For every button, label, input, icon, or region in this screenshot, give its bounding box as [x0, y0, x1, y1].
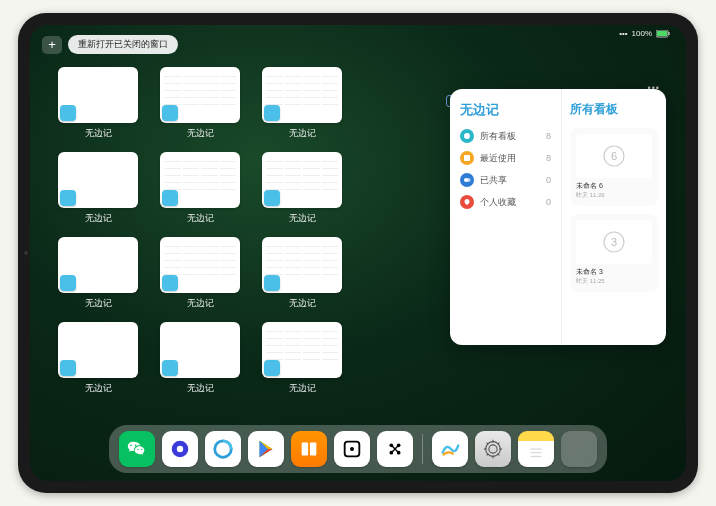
sidebar-item-已共享[interactable]: 已共享0	[460, 173, 551, 187]
menu-item-count: 8	[546, 131, 551, 141]
menu-item-label: 个人收藏	[480, 196, 516, 209]
window-thumbnail	[160, 237, 240, 293]
top-controls: + 重新打开已关闭的窗口	[42, 35, 178, 54]
sidebar-item-所有看板[interactable]: 所有看板8	[460, 129, 551, 143]
window-thumbnail	[262, 67, 342, 123]
window-thumbnail	[262, 322, 342, 378]
window-label: 无边记	[160, 127, 240, 140]
window-thumbnail	[160, 322, 240, 378]
freeform-app-icon	[60, 360, 76, 376]
window-thumbnail	[160, 67, 240, 123]
menu-item-icon	[460, 195, 474, 209]
freeform-app-icon	[60, 105, 76, 121]
camera-dot	[24, 251, 28, 255]
app-switcher-grid: 无边记无边记无边记无边记无边记无边记无边记无边记无边记无边记无边记无边记	[58, 67, 428, 395]
svg-point-6	[467, 178, 471, 182]
window-thumbnail	[160, 152, 240, 208]
dock-wechat-icon[interactable]	[119, 431, 155, 467]
freeform-app-icon	[264, 190, 280, 206]
freeform-app-icon	[162, 360, 178, 376]
menu-item-count: 0	[546, 175, 551, 185]
board-card[interactable]: 3未命名 3昨天 11:25	[570, 214, 658, 292]
svg-text:3: 3	[611, 236, 617, 248]
dock-custom-app-icon[interactable]	[377, 431, 413, 467]
dock-qq-browser-icon[interactable]	[205, 431, 241, 467]
dock-play-store-icon[interactable]	[248, 431, 284, 467]
window-thumbnail	[58, 237, 138, 293]
freeform-app-icon	[60, 275, 76, 291]
signal-icon: •••	[619, 29, 627, 38]
app-window[interactable]: 无边记	[58, 152, 138, 225]
app-window[interactable]: 无边记	[160, 67, 240, 140]
panel-sidebar: 无边记 所有看板8最近使用8已共享0个人收藏0	[450, 89, 562, 345]
status-bar: ••• 100%	[619, 29, 670, 38]
screen: ••• 100% + 重新打开已关闭的窗口 无边记无边记无边记无边记无边记无边记…	[30, 25, 686, 481]
menu-item-label: 已共享	[480, 174, 507, 187]
panel-content: 所有看板 6未命名 6昨天 11:263未命名 3昨天 11:25	[562, 89, 666, 345]
freeform-app-icon	[162, 190, 178, 206]
dock-freeform-icon[interactable]	[432, 431, 468, 467]
freeform-app-icon	[264, 105, 280, 121]
reopen-closed-window-button[interactable]: 重新打开已关闭的窗口	[68, 35, 178, 54]
menu-item-icon	[460, 173, 474, 187]
board-title: 未命名 3	[576, 267, 652, 277]
freeform-panel: 无边记 所有看板8最近使用8已共享0个人收藏0 所有看板 6未命名 6昨天 11…	[450, 89, 666, 345]
menu-item-icon	[460, 129, 474, 143]
window-thumbnail	[58, 67, 138, 123]
dock-notes-icon[interactable]	[518, 431, 554, 467]
window-label: 无边记	[160, 382, 240, 395]
svg-rect-4	[464, 155, 470, 161]
window-label: 无边记	[262, 127, 342, 140]
app-window[interactable]: 无边记	[262, 237, 342, 310]
board-card[interactable]: 6未命名 6昨天 11:26	[570, 128, 658, 206]
menu-item-icon	[460, 151, 474, 165]
panel-content-title: 所有看板	[570, 101, 658, 118]
battery-text: 100%	[632, 29, 652, 38]
dock-dice-icon[interactable]	[334, 431, 370, 467]
window-thumbnail	[58, 152, 138, 208]
svg-rect-14	[302, 443, 308, 456]
menu-item-count: 8	[546, 153, 551, 163]
app-window[interactable]: 无边记	[262, 322, 342, 395]
board-subtitle: 昨天 11:25	[576, 277, 652, 286]
window-label: 无边记	[262, 212, 342, 225]
panel-sidebar-title: 无边记	[460, 101, 551, 119]
app-window[interactable]: 无边记	[262, 152, 342, 225]
window-label: 无边记	[58, 127, 138, 140]
svg-rect-1	[657, 31, 667, 36]
menu-item-label: 最近使用	[480, 152, 516, 165]
dock-settings-icon[interactable]	[475, 431, 511, 467]
window-label: 无边记	[160, 212, 240, 225]
new-window-button[interactable]: +	[42, 36, 62, 54]
window-thumbnail	[262, 152, 342, 208]
battery-icon	[656, 30, 670, 38]
window-label: 无边记	[58, 382, 138, 395]
menu-item-label: 所有看板	[480, 130, 516, 143]
svg-point-23	[489, 445, 497, 453]
window-label: 无边记	[58, 212, 138, 225]
app-window[interactable]: 无边记	[58, 237, 138, 310]
dock-app-library-icon[interactable]	[561, 431, 597, 467]
board-subtitle: 昨天 11:26	[576, 191, 652, 200]
freeform-app-icon	[264, 360, 280, 376]
app-window[interactable]: 无边记	[262, 67, 342, 140]
app-window[interactable]: 无边记	[58, 67, 138, 140]
app-window[interactable]: 无边记	[160, 237, 240, 310]
window-thumbnail	[262, 237, 342, 293]
app-window[interactable]: 无边记	[160, 152, 240, 225]
app-window[interactable]: 无边记	[160, 322, 240, 395]
dock-books-icon[interactable]	[291, 431, 327, 467]
svg-point-17	[350, 447, 354, 451]
svg-text:6: 6	[611, 150, 617, 162]
ipad-frame: ••• 100% + 重新打开已关闭的窗口 无边记无边记无边记无边记无边记无边记…	[18, 13, 698, 493]
dock	[109, 425, 607, 473]
sidebar-item-个人收藏[interactable]: 个人收藏0	[460, 195, 551, 209]
freeform-app-icon	[162, 105, 178, 121]
freeform-app-icon	[264, 275, 280, 291]
dock-quark-icon[interactable]	[162, 431, 198, 467]
window-thumbnail	[58, 322, 138, 378]
sidebar-item-最近使用[interactable]: 最近使用8	[460, 151, 551, 165]
svg-rect-15	[310, 443, 316, 456]
board-preview: 6	[576, 134, 652, 178]
app-window[interactable]: 无边记	[58, 322, 138, 395]
